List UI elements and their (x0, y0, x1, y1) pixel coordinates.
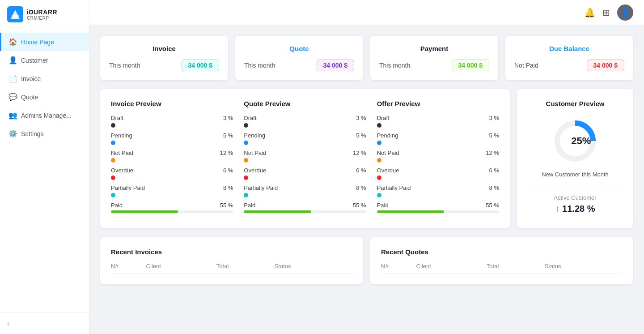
preview-item: Paid55 % (377, 202, 499, 213)
avatar[interactable]: 👤 (617, 4, 633, 21)
recent-invoices-card: Recent Invoices N# Client Total Status (100, 237, 363, 284)
recent-invoices-title: Recent Invoices (111, 248, 352, 256)
stat-card-quote-row: This month 34 000 $ (244, 60, 354, 71)
col-client-inv: Client (146, 263, 216, 274)
invoice-preview: Invoice Preview Draft3 % Pending5 % Not … (111, 100, 233, 218)
stat-card-payment-row: This month 34 000 $ (379, 60, 489, 71)
sidebar-item-invoice[interactable]: 📄 Invoice (0, 69, 89, 88)
col-client-q: Client (416, 263, 487, 274)
sidebar-item-invoice-label: Invoice (21, 75, 41, 82)
stat-cards: Invoice This month 34 000 $ Quote This m… (100, 36, 633, 80)
preview-item: Not Paid12 % (377, 150, 499, 163)
svg-rect-2 (12, 15, 19, 17)
header: 🔔 ⊞ 👤 (89, 0, 644, 25)
sidebar-item-home-label: Home Page (21, 39, 54, 46)
logo: iDURARR CRM/ERP (0, 0, 89, 29)
donut-percentage: 25% (571, 135, 591, 147)
sidebar: iDURARR CRM/ERP 🏠 Home Page 👤 Customer 📄… (0, 0, 89, 334)
stat-card-invoice-value: 34 000 $ (182, 60, 220, 71)
sidebar-item-home[interactable]: 🏠 Home Page (0, 33, 89, 51)
preview-grid: Invoice Preview Draft3 % Pending5 % Not … (111, 100, 499, 218)
preview-item: Draft3 % (377, 115, 499, 128)
notpaid-dot-q (244, 158, 248, 163)
col-status-inv: Status (275, 263, 352, 274)
customer-icon: 👤 (8, 56, 17, 64)
preview-item: Partially Paid8 % (244, 184, 366, 197)
preview-item: Partially Paid8 % (377, 184, 499, 197)
draft-dot-o (377, 123, 381, 128)
preview-item: Overdue6 % (244, 167, 366, 180)
preview-item: Pending5 % (377, 132, 499, 145)
stat-card-quote: Quote This month 34 000 $ (235, 36, 363, 80)
sidebar-item-customer-label: Customer (21, 57, 48, 64)
stat-card-invoice-label: This month (109, 62, 140, 69)
sidebar-item-settings-label: Settings (21, 130, 44, 137)
stat-card-quote-title: Quote (244, 45, 354, 52)
draft-dot-inv (111, 123, 115, 128)
divider (528, 187, 623, 187)
sidebar-item-quote[interactable]: 💬 Quote (0, 88, 89, 106)
paid-bar-q (244, 210, 366, 213)
stat-card-invoice-row: This month 34 000 $ (109, 60, 219, 71)
partialpaid-dot-o (377, 193, 381, 197)
preview-item: Pending5 % (111, 132, 233, 145)
customer-preview-card: Customer Preview 25% New Customer this M… (517, 89, 633, 228)
stat-card-payment-label: This month (379, 62, 410, 69)
pending-dot-inv (111, 141, 115, 145)
stat-card-quote-label: This month (244, 62, 275, 69)
preview-item: Not Paid12 % (111, 150, 233, 163)
offer-preview: Offer Preview Draft3 % Pending5 % Not Pa… (377, 100, 499, 218)
stat-card-due-value: 34 000 $ (587, 60, 625, 71)
stat-card-due-title: Due Balance (514, 45, 624, 52)
logo-name: iDURARR (27, 9, 57, 16)
notification-icon[interactable]: 🔔 (584, 7, 595, 18)
preview-item: Draft3 % (244, 115, 366, 128)
sidebar-item-admins[interactable]: 👥 Admins Manage... (0, 106, 89, 124)
col-n-inv: N# (111, 263, 146, 274)
logo-sub: CRM/ERP (27, 16, 57, 21)
stat-card-invoice: Invoice This month 34 000 $ (100, 36, 228, 80)
stat-card-due: Due Balance Not Paid 34 000 $ (505, 36, 633, 80)
col-total-q: Total (487, 263, 545, 274)
preview-item: Overdue6 % (377, 167, 499, 180)
recent-invoices-table: N# Client Total Status (111, 263, 352, 274)
customer-preview-title: Customer Preview (528, 100, 623, 107)
overdue-dot-o (377, 176, 381, 180)
stat-card-payment: Payment This month 34 000 $ (370, 36, 498, 80)
middle-section: Invoice Preview Draft3 % Pending5 % Not … (100, 89, 633, 228)
draft-dot-q (244, 123, 248, 128)
active-pct-value: 11.28 % (562, 204, 595, 214)
preview-card: Invoice Preview Draft3 % Pending5 % Not … (100, 89, 510, 228)
offer-preview-title: Offer Preview (377, 100, 499, 107)
recent-quotes-card: Recent Quotes N# Client Total Status (370, 237, 633, 284)
preview-item: Not Paid12 % (244, 150, 366, 163)
sidebar-item-customer[interactable]: 👤 Customer (0, 51, 89, 69)
grid-icon[interactable]: ⊞ (602, 7, 610, 18)
new-customer-label: New Customer this Month (542, 171, 609, 178)
stat-card-due-label: Not Paid (514, 62, 538, 69)
active-customer-label: Active Customer (554, 194, 596, 201)
home-icon: 🏠 (8, 38, 17, 46)
paid-bar-inv (111, 210, 233, 213)
sidebar-item-settings[interactable]: ⚙️ Settings (0, 124, 89, 143)
recent-quotes-title: Recent Quotes (381, 248, 623, 256)
stat-card-payment-title: Payment (379, 45, 489, 52)
settings-icon: ⚙️ (8, 129, 17, 138)
arrow-up-icon: ↑ (555, 204, 560, 214)
stat-card-quote-value: 34 000 $ (317, 60, 355, 71)
preview-item: Partially Paid8 % (111, 184, 233, 197)
quote-icon: 💬 (8, 93, 17, 101)
table-header-row: N# Client Total Status (111, 263, 352, 274)
stat-card-invoice-title: Invoice (109, 45, 219, 52)
sidebar-nav: 🏠 Home Page 👤 Customer 📄 Invoice 💬 Quote… (0, 29, 89, 312)
logo-icon (7, 6, 23, 22)
donut-chart: 25% (551, 116, 600, 166)
quote-preview: Quote Preview Draft3 % Pending5 % Not Pa… (244, 100, 366, 218)
quote-preview-title: Quote Preview (244, 100, 366, 107)
recent-section: Recent Invoices N# Client Total Status R… (100, 237, 633, 284)
preview-item: Paid55 % (244, 202, 366, 213)
active-customer-pct: ↑ 11.28 % (555, 204, 595, 214)
col-total-inv: Total (216, 263, 275, 274)
sidebar-collapse-button[interactable]: ‹ (0, 312, 89, 334)
invoice-icon: 📄 (8, 74, 17, 83)
